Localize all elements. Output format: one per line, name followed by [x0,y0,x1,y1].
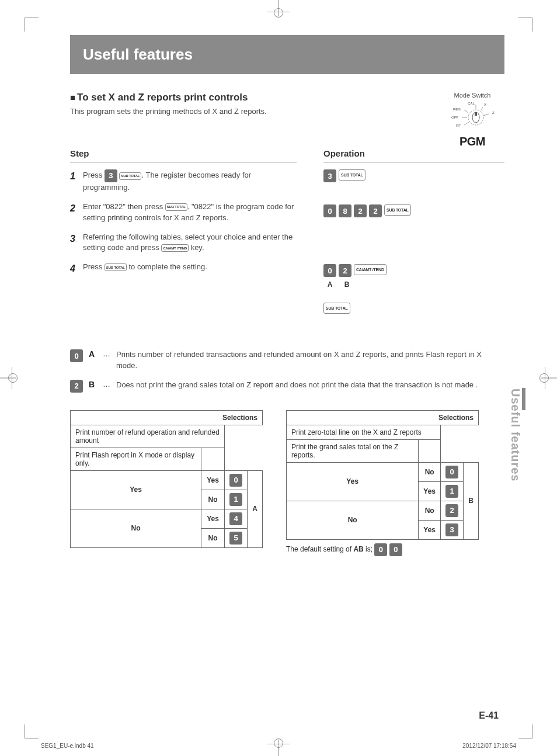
mode-switch-current: PGM [440,135,504,148]
digit-key: 2 [369,204,382,217]
digit-key: 2 [339,264,351,277]
subtotal-keycap: SUB TOTAL [384,204,411,216]
svg-line-10 [481,107,483,110]
subtotal-keycap: SUB TOTAL [105,263,127,271]
subtotal-keycap: SUB TOTAL [119,172,141,180]
section-desc: This program sets the printing methods o… [70,107,440,116]
ca-amt-tend-keycap: CA/AMT /TEND [161,244,189,252]
def-letter: B [89,380,97,389]
def-text: Prints number of refunded transactions a… [116,349,504,372]
ellipsis-icon: … [103,380,110,389]
def-letter: A [89,349,97,359]
digit-key: 2 [354,204,367,217]
default-note: The default setting of AB is; 0 0 [286,543,479,556]
step-header: Step [70,148,297,162]
svg-text:REG: REG [453,107,461,111]
operation-header: Operation [323,148,504,162]
svg-text:X: X [484,103,486,106]
selections-table-a: Selections Print number of refund operat… [70,410,263,548]
subtotal-keycap: SUB TOTAL [323,303,350,314]
digit-key: 8 [339,204,351,217]
step-number: 1 [70,169,83,193]
svg-line-14 [464,122,469,125]
footer-right: 2012/12/07 17:18:54 [462,743,516,749]
digit-key: 2 [70,380,83,393]
step-number: 3 [70,232,83,254]
mode-switch-label: Mode Switch [440,92,504,99]
ca-amt-tend-keycap: CA/AMT /TEND [354,264,387,275]
digit-key: 0 [70,349,83,362]
svg-text:Z: Z [492,111,495,115]
side-tab-label: Useful features [509,389,522,482]
step-body: Press SUB TOTAL to complete the setting. [83,262,297,275]
svg-text:RF: RF [456,124,461,127]
digit-key: 3 [323,169,336,182]
selections-table-b: Selections Print zero-total line on the … [286,410,479,540]
digit-key: 3 [105,169,117,182]
column-label-b: B [340,280,353,289]
subtotal-keycap: SUB TOTAL [339,169,365,181]
svg-rect-8 [475,112,477,116]
digit-key: 0 [323,264,336,277]
svg-text:OFF: OFF [451,116,458,119]
page-number: E-41 [479,710,499,721]
svg-line-11 [464,110,468,113]
section-heading: To set X and Z reports print controls [70,92,440,103]
digit-key: 0 [323,204,336,217]
def-text: Does not print the grand sales total on … [116,380,504,391]
column-label-a: A [323,280,336,289]
step-number: 2 [70,202,83,224]
subtotal-keycap: SUB TOTAL [165,203,187,211]
ellipsis-icon: … [103,349,110,358]
step-body: Referring the following tables, select y… [83,232,297,254]
svg-line-12 [483,114,489,116]
step-number: 4 [70,262,83,275]
footer-left: SEG1_EU-e.indb 41 [41,743,94,749]
side-tab-marker [522,388,525,410]
svg-text:CAL: CAL [468,102,475,105]
page-title: Useful features [70,35,504,74]
step-body: Press 3 SUB TOTAL. The register becomes … [83,169,297,193]
step-body: Enter "0822" then press SUB TOTAL. "0822… [83,202,297,224]
mode-switch-diagram: Mode Switch CAL X REG Z OFF RF [440,92,504,148]
